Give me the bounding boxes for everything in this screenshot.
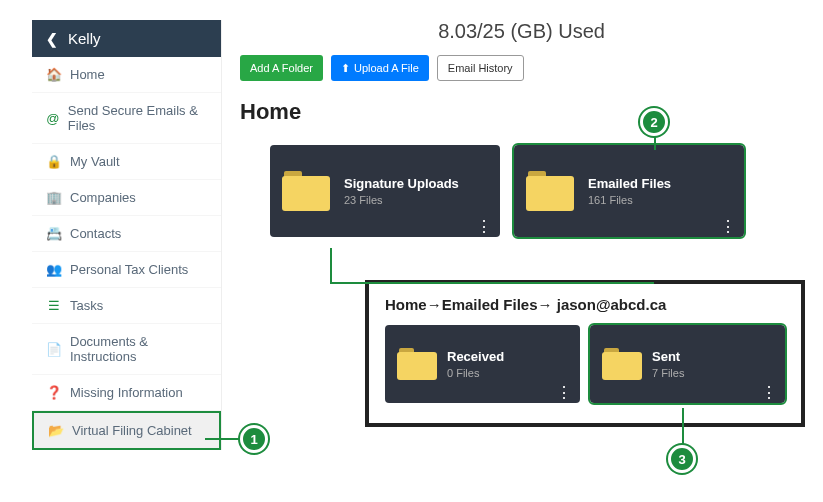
users-icon: 👥 [46,262,62,277]
building-icon: 🏢 [46,190,62,205]
folder-received[interactable]: Received 0 Files ⋮ [385,325,580,403]
step-badge-2: 2 [640,108,668,136]
folder-icon [397,348,437,380]
folder-signature-uploads[interactable]: Signature Uploads 23 Files ⋮ [270,145,500,237]
folder-name: Emailed Files [588,176,671,191]
sidebar-item-documents[interactable]: 📄Documents & Instructions [32,324,221,375]
question-icon: ❓ [46,385,62,400]
connector-line [330,248,654,284]
sidebar-item-virtual-filing[interactable]: 📂Virtual Filing Cabinet [32,411,221,450]
kebab-menu-icon[interactable]: ⋮ [720,225,736,229]
folder-count: 0 Files [447,367,504,379]
at-icon: @ [46,111,60,126]
sidebar-item-tasks[interactable]: ☰Tasks [32,288,221,324]
upload-icon: ⬆ [341,62,350,75]
folder-count: 7 Files [652,367,684,379]
folder-sent[interactable]: Sent 7 Files ⋮ [590,325,785,403]
folder-icon [526,171,574,211]
sidebar-item-companies[interactable]: 🏢Companies [32,180,221,216]
document-icon: 📄 [46,342,62,357]
storage-usage: 8.03/25 (GB) Used [240,20,803,43]
chevron-left-icon: ❮ [46,31,58,47]
connector-line [205,438,243,440]
folder-name: Sent [652,349,684,364]
kebab-menu-icon[interactable]: ⋮ [476,225,492,229]
folder-grid: Signature Uploads 23 Files ⋮ Emailed Fil… [270,145,803,237]
contacts-icon: 📇 [46,226,62,241]
folder-name: Signature Uploads [344,176,459,191]
kebab-menu-icon[interactable]: ⋮ [556,391,572,395]
toolbar: Add A Folder ⬆Upload A File Email Histor… [240,55,803,81]
sidebar-item-send-secure[interactable]: @Send Secure Emails & Files [32,93,221,144]
breadcrumb: Home→Emailed Files→ jason@abcd.ca [385,296,785,313]
sidebar-item-contacts[interactable]: 📇Contacts [32,216,221,252]
main-content: 8.03/25 (GB) Used Add A Folder ⬆Upload A… [240,20,803,237]
sidebar-header[interactable]: ❮ Kelly [32,20,221,57]
page-title: Home [240,99,803,125]
folder-name: Received [447,349,504,364]
folder-count: 23 Files [344,194,459,206]
folder-icon [602,348,642,380]
folder-emailed-files[interactable]: Emailed Files 161 Files ⋮ [514,145,744,237]
sidebar-item-my-vault[interactable]: 🔒My Vault [32,144,221,180]
connector-line [654,135,656,150]
tasks-icon: ☰ [46,298,62,313]
home-icon: 🏠 [46,67,62,82]
sub-folder-panel: Home→Emailed Files→ jason@abcd.ca Receiv… [365,280,805,427]
nav-list: 🏠Home @Send Secure Emails & Files 🔒My Va… [32,57,221,450]
sidebar-item-home[interactable]: 🏠Home [32,57,221,93]
step-badge-1: 1 [240,425,268,453]
step-badge-3: 3 [668,445,696,473]
folder-icon [282,171,330,211]
kebab-menu-icon[interactable]: ⋮ [761,391,777,395]
sidebar-item-personal-tax[interactable]: 👥Personal Tax Clients [32,252,221,288]
connector-line [682,408,684,448]
email-history-button[interactable]: Email History [437,55,524,81]
add-folder-button[interactable]: Add A Folder [240,55,323,81]
folder-open-icon: 📂 [48,423,64,438]
upload-file-button[interactable]: ⬆Upload A File [331,55,429,81]
user-name: Kelly [68,30,101,47]
sidebar: ❮ Kelly 🏠Home @Send Secure Emails & File… [32,20,222,450]
lock-icon: 🔒 [46,154,62,169]
folder-count: 161 Files [588,194,671,206]
sub-folder-grid: Received 0 Files ⋮ Sent 7 Files ⋮ [385,325,785,403]
sidebar-item-missing-info[interactable]: ❓Missing Information [32,375,221,411]
